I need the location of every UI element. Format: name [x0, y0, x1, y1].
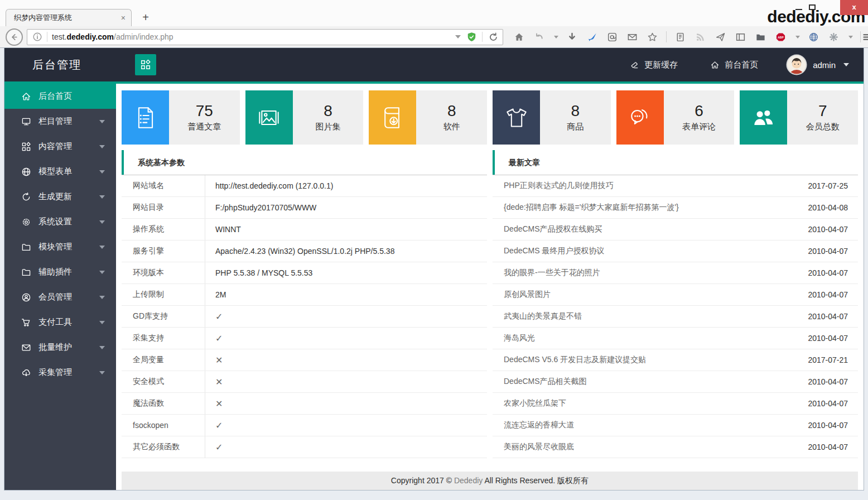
folder-icon — [21, 242, 31, 252]
article-title-link[interactable]: DedeCMS产品授权在线购买 — [504, 224, 602, 234]
adblock-dropdown-caret-icon[interactable] — [795, 36, 800, 39]
cross-icon: ✕ — [205, 371, 487, 392]
download-icon[interactable] — [566, 31, 578, 44]
rights-text: All Rights Reserved. 版权所有 — [483, 476, 589, 485]
sidebar-panel-icon[interactable] — [734, 31, 747, 44]
admin-header: 后台管理 更新缓存前台首页 admin — [4, 48, 864, 84]
rss-icon[interactable] — [694, 31, 707, 44]
app-box-icon[interactable] — [606, 31, 619, 44]
sidebar-item-label: 内容管理 — [38, 141, 72, 152]
plugin-icon[interactable] — [827, 31, 840, 44]
sidebar-item-5[interactable]: 生成更新 — [4, 184, 116, 209]
url-divider — [482, 32, 483, 42]
article-title-link[interactable]: 农家小院丝瓜架下 — [504, 398, 566, 408]
new-tab-button[interactable]: + — [138, 11, 153, 25]
chevron-down-icon — [99, 220, 105, 224]
back-button[interactable] — [6, 28, 23, 46]
window-maximize-button[interactable] — [809, 4, 816, 10]
article-title-link[interactable]: DedeCMS产品相关截图 — [504, 377, 587, 387]
stat-card[interactable]: 8软件 — [369, 90, 487, 145]
sidebar-item-2[interactable]: 栏目管理 — [4, 109, 116, 134]
article-title-link[interactable]: 美丽的风景尽收眼底 — [504, 442, 574, 452]
stat-card[interactable]: 8图片集 — [245, 90, 364, 145]
browser-tab[interactable]: 织梦内容管理系统 × — [6, 9, 132, 26]
param-label: GD库支持 — [122, 306, 205, 327]
stat-card[interactable]: 75普通文章 — [122, 90, 240, 145]
sidebar-item-1[interactable]: 后台首页 — [4, 84, 116, 109]
hamburger-menu-icon[interactable] — [861, 31, 868, 44]
article-title-link[interactable]: {dede:招聘启事 标题='织梦大家庭新年招募第一波'} — [504, 203, 679, 213]
folder-icon — [21, 267, 31, 277]
bookmarks-list-icon[interactable] — [674, 31, 687, 44]
article-row: 农家小院丝瓜架下2010-04-07 — [493, 393, 858, 415]
sidebar-item-4[interactable]: 模型表单 — [4, 159, 116, 184]
article-title-link[interactable]: DedeCMS V5.6 开发日志及新建议提交贴 — [504, 355, 646, 365]
users-icon — [740, 90, 787, 145]
apps-grid-button[interactable] — [135, 54, 156, 75]
bookmark-star-icon[interactable] — [646, 31, 659, 44]
sidebar-item-6[interactable]: 系统设置 — [4, 209, 116, 234]
article-title-link[interactable]: 武夷山的美景真是不错 — [504, 311, 582, 321]
globe-icon[interactable] — [807, 31, 820, 44]
param-label: fsockopen — [122, 415, 205, 436]
mail-icon[interactable] — [626, 31, 639, 44]
reload-icon[interactable] — [487, 31, 500, 44]
sidebar-item-3[interactable]: 内容管理 — [4, 134, 116, 159]
article-title-link[interactable]: 流连忘返的香樟大道 — [504, 420, 574, 430]
article-row: DedeCMS产品相关截图2010-04-07 — [493, 371, 858, 393]
svg-text:ABP: ABP — [778, 36, 784, 39]
downloads-folder-icon[interactable] — [754, 31, 767, 44]
home-icon[interactable] — [513, 31, 525, 44]
shield-icon[interactable] — [465, 31, 478, 44]
user-menu[interactable]: admin — [786, 54, 849, 75]
param-label: 魔法函数 — [122, 393, 205, 414]
stat-value: 7 — [818, 103, 827, 120]
gallery-icon — [245, 90, 293, 145]
adblock-icon[interactable]: ABP — [774, 31, 787, 44]
stat-card[interactable]: 7会员总数 — [740, 90, 858, 145]
article-title-link[interactable]: DedeCMS 最终用户授权协议 — [504, 246, 604, 256]
param-label: 操作系统 — [122, 219, 205, 240]
system-panel-title: 系统基本参数 — [122, 150, 487, 175]
url-bar[interactable]: test.dedediy.com/admin/index.php — [27, 29, 503, 45]
sidebar-item-8[interactable]: 辅助插件 — [4, 259, 116, 285]
undo-icon[interactable] — [533, 31, 546, 44]
software-icon — [369, 90, 416, 145]
header-action-1[interactable]: 更新缓存 — [630, 60, 678, 70]
undo-dropdown-caret-icon[interactable] — [554, 36, 558, 39]
stat-value: 75 — [196, 103, 213, 120]
param-value: F:/phpStudy20170705/WWW — [205, 197, 487, 218]
plugin-dropdown-caret-icon[interactable] — [848, 36, 853, 39]
tab-close-icon[interactable]: × — [121, 14, 126, 22]
article-date: 2017-07-25 — [808, 181, 848, 190]
sidebar-item-10[interactable]: 支付工具 — [4, 310, 116, 335]
article-title-link[interactable]: 原创风景图片 — [504, 290, 551, 300]
stat-card[interactable]: 8商品 — [493, 90, 611, 145]
globe-icon — [21, 167, 31, 177]
monitor-icon — [21, 117, 31, 127]
window-close-button[interactable]: x — [840, 0, 868, 15]
article-row: 美丽的风景尽收眼底2010-04-07 — [493, 436, 858, 458]
article-title-link[interactable]: 我的眼界-一些关于花的照片 — [504, 268, 600, 278]
send-icon[interactable] — [714, 31, 727, 44]
sidebar-item-12[interactable]: 采集管理 — [4, 360, 116, 385]
brand-name: Dedediy — [454, 476, 483, 485]
article-title-link[interactable]: 海岛风光 — [504, 333, 535, 343]
sidebar-item-label: 栏目管理 — [38, 116, 72, 127]
header-action-2[interactable]: 前台首页 — [710, 60, 758, 70]
header-action-label: 前台首页 — [725, 60, 758, 70]
stat-card[interactable]: 6表单评论 — [616, 90, 735, 145]
sidebar-item-11[interactable]: 批量维护 — [4, 335, 116, 360]
param-label: 网站目录 — [122, 197, 205, 218]
sidebar-item-7[interactable]: 模块管理 — [4, 234, 116, 259]
thunderbird-icon[interactable] — [586, 31, 599, 44]
system-param-row: 上传限制2M — [122, 284, 487, 306]
article-title-link[interactable]: PHP正则表达式的几则使用技巧 — [504, 181, 614, 191]
check-icon: ✓ — [205, 415, 487, 436]
url-dropdown-caret-icon[interactable] — [455, 35, 461, 39]
sidebar-item-9[interactable]: 会员管理 — [4, 285, 116, 310]
browser-window: 织梦内容管理系统 × + dedediy.com x test.dedediy.… — [0, 0, 868, 500]
window-minimize-button[interactable] — [795, 9, 802, 10]
site-info-icon[interactable] — [32, 31, 43, 42]
stat-card-body: 8软件 — [416, 90, 487, 145]
